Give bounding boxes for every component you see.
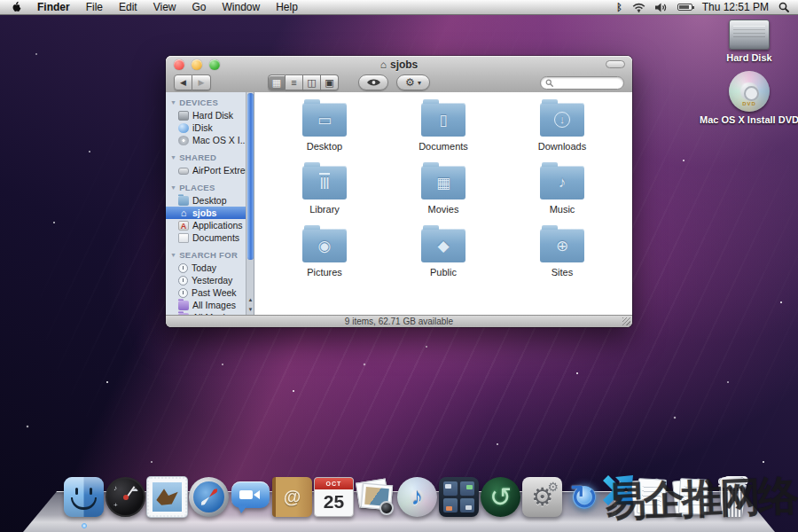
stack-page xyxy=(637,478,667,515)
battery-icon[interactable] xyxy=(677,4,692,11)
sidebar-section-devices[interactable]: ▼DEVICES xyxy=(166,98,254,107)
wifi-icon[interactable] xyxy=(632,3,645,12)
scrollbar-thumb[interactable] xyxy=(247,93,254,260)
menu-edit[interactable]: Edit xyxy=(119,1,137,13)
desktop-icon-hard-disk[interactable]: Hard Disk xyxy=(694,20,798,63)
status-text: 9 items, 62.71 GB available xyxy=(345,317,453,326)
search-field[interactable] xyxy=(540,76,624,90)
gauge-plus-glyph: + xyxy=(113,501,118,509)
bluetooth-icon[interactable]: ᛒ xyxy=(616,2,622,12)
dock-trash-icon[interactable] xyxy=(714,477,751,517)
list-view-button[interactable]: ≡ xyxy=(286,74,303,90)
dock-safari-icon[interactable] xyxy=(189,477,229,517)
menu-finder[interactable]: Finder xyxy=(37,1,70,13)
resize-grip[interactable] xyxy=(622,317,630,325)
close-button[interactable] xyxy=(174,59,184,70)
disclosure-triangle-icon: ▼ xyxy=(170,154,176,160)
dock-separator xyxy=(606,480,629,517)
dock-itunes-icon[interactable]: ♪ xyxy=(397,477,437,517)
folder-icon: ▭ xyxy=(302,103,347,137)
quick-look-button[interactable] xyxy=(358,74,388,90)
folder-icon: ⊕ xyxy=(540,229,584,262)
sidebar-scrollbar[interactable]: ▲▼ xyxy=(246,92,254,315)
desktop-icon-label: Mac OS X Install DVD xyxy=(694,114,798,125)
status-bar: 9 items, 62.71 GB available xyxy=(166,315,632,327)
menu-file[interactable]: File xyxy=(86,1,103,13)
menu-go[interactable]: Go xyxy=(192,1,207,13)
sidebar-item-past-week[interactable]: Past Week xyxy=(166,286,254,299)
dock-documents-stack-icon[interactable] xyxy=(630,477,670,517)
idisk-icon xyxy=(178,123,189,133)
sidebar-section-places[interactable]: ▼PLACES xyxy=(166,183,254,192)
coverflow-view-button[interactable]: ▣ xyxy=(321,74,339,90)
dock-time-machine-icon[interactable]: ↺ xyxy=(481,477,520,517)
library-emblem-icon: Ⅲ xyxy=(319,173,330,193)
desktop-icon-install-dvd[interactable]: DVD Mac OS X Install DVD xyxy=(694,71,798,125)
spotlight-icon[interactable] xyxy=(778,2,789,12)
film-emblem-icon: ▦ xyxy=(436,174,450,192)
menu-clock[interactable]: Thu 12:51 PM xyxy=(702,1,769,13)
dock-mail-icon[interactable] xyxy=(147,477,187,517)
minimize-button[interactable] xyxy=(192,59,202,70)
folder-music[interactable]: ♪Music xyxy=(503,166,622,215)
sidebar-section-shared[interactable]: ▼SHARED xyxy=(166,153,254,162)
folder-downloads[interactable]: ↓Downloads xyxy=(503,103,622,152)
folder-movies[interactable]: ▦Movies xyxy=(384,166,503,215)
menu-view[interactable]: View xyxy=(153,1,176,13)
dock-finder-icon[interactable] xyxy=(64,477,104,517)
apple-menu[interactable] xyxy=(11,1,21,13)
chat-bubble-tail xyxy=(238,505,247,513)
sidebar-item-today[interactable]: Today xyxy=(166,262,254,274)
dock-dashboard-icon[interactable]: ♪ ☁ + xyxy=(106,477,145,517)
sidebar-item-airport-extreme[interactable]: AirPort Extreme xyxy=(166,164,254,176)
back-button[interactable]: ◀ xyxy=(174,74,192,90)
toolbar-toggle-pill[interactable] xyxy=(606,60,625,68)
dock-iphoto-icon[interactable] xyxy=(356,477,395,517)
music-note-emblem-icon: ♪ xyxy=(559,174,567,192)
folder-sites[interactable]: ⊕Sites xyxy=(503,229,622,278)
sidebar-item-sjobs[interactable]: ⌂sjobs xyxy=(166,207,254,219)
calendar-month: OCT xyxy=(315,478,353,489)
sidebar-item-all-images[interactable]: All Images xyxy=(166,299,254,311)
document-icon xyxy=(178,233,189,243)
sidebar-item-desktop[interactable]: Desktop xyxy=(166,194,254,207)
action-menu-button[interactable]: ⚙ ▾ xyxy=(396,74,430,90)
sidebar-item-hard-disk[interactable]: Hard Disk xyxy=(166,109,254,121)
folder-pictures[interactable]: ◉Pictures xyxy=(265,229,384,278)
clock-icon xyxy=(178,263,188,273)
sidebar-section-search-for[interactable]: ▼SEARCH FOR xyxy=(166,250,254,260)
icon-view-button[interactable]: ▦ xyxy=(268,74,286,90)
volume-icon[interactable] xyxy=(655,3,668,12)
search-input[interactable] xyxy=(556,78,618,88)
disc-icon xyxy=(178,136,189,145)
folder-icon: ▯ xyxy=(421,103,466,137)
dock-system-preferences-icon[interactable]: ⚙ ⚙ xyxy=(522,477,562,517)
sidebar-item-idisk[interactable]: iDisk xyxy=(166,121,254,134)
sidebar-item-yesterday[interactable]: Yesterday xyxy=(166,274,254,286)
globe-emblem-icon: ⊕ xyxy=(556,237,568,255)
folder-public[interactable]: ◆Public xyxy=(384,229,503,278)
folder-desktop[interactable]: ▭Desktop xyxy=(265,103,384,152)
forward-button[interactable]: ▶ xyxy=(192,74,211,90)
zoom-button[interactable] xyxy=(209,59,220,70)
menu-window[interactable]: Window xyxy=(223,1,261,13)
sidebar-item-applications[interactable]: AApplications xyxy=(166,219,254,231)
folder-icon: ↓ xyxy=(540,103,584,137)
sidebar-item-documents[interactable]: Documents xyxy=(166,231,254,244)
dock-address-book-icon[interactable]: @ xyxy=(272,477,312,517)
title-bar[interactable]: ⌂ sjobs xyxy=(166,56,632,73)
finder-window: ⌂ sjobs ◀ ▶ ▦ ≡ ◫ ▣ ⚙ ▾ xyxy=(166,56,632,327)
dock-sync-icon[interactable]: ↻ xyxy=(564,477,604,517)
dock-downloads-stack-icon[interactable] xyxy=(672,477,712,517)
folder-library[interactable]: ⅢLibrary xyxy=(265,166,384,215)
chevron-down-icon: ▾ xyxy=(418,79,421,87)
sidebar-item-install-dvd[interactable]: Mac OS X I... xyxy=(166,134,254,146)
scrollbar-arrows[interactable]: ▲▼ xyxy=(246,295,254,315)
dock-ichat-icon[interactable] xyxy=(231,480,270,515)
menu-help[interactable]: Help xyxy=(276,1,298,13)
dock-ical-icon[interactable]: OCT 25 xyxy=(314,477,354,517)
folder-documents[interactable]: ▯Documents xyxy=(384,103,503,152)
column-view-button[interactable]: ◫ xyxy=(303,74,321,90)
space-pane xyxy=(460,498,474,512)
dock-spaces-icon[interactable] xyxy=(439,477,479,517)
